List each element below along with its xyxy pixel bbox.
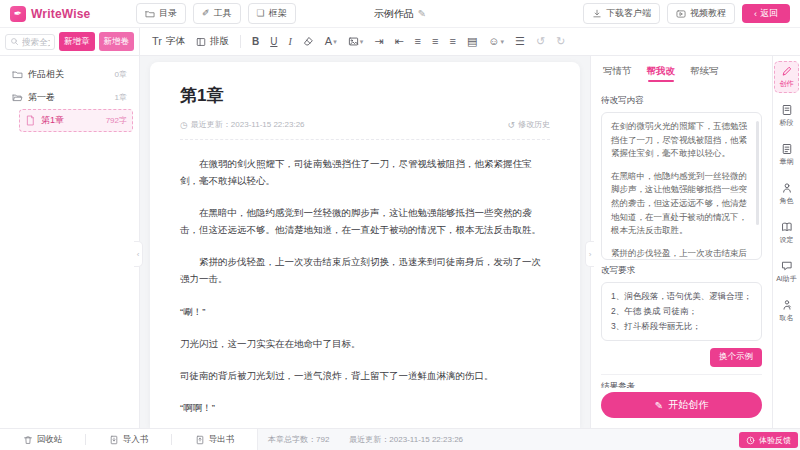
video-tutorial-button[interactable]: 视频教程 — [667, 3, 735, 24]
export-book-button[interactable]: 导出书 — [195, 434, 235, 446]
align-right-button[interactable]: ≡ — [449, 36, 455, 47]
sidebar-item-work-related[interactable]: 作品相关 0章 — [6, 63, 133, 86]
clear-format-icon[interactable] — [303, 36, 314, 47]
back-button[interactable]: ‹ 返回 — [742, 4, 790, 23]
align-left-button[interactable]: ≡ — [415, 36, 421, 47]
footer-separator — [85, 434, 86, 445]
folder-icon — [12, 69, 23, 80]
search-input[interactable] — [22, 37, 50, 47]
highlight-block-button[interactable]: ▤ — [467, 36, 477, 47]
recycle-bin-button[interactable]: 回收站 — [23, 434, 63, 446]
tab-write-plot[interactable]: 写情节 — [603, 65, 632, 81]
framework-button[interactable]: ❏ 框架 — [248, 3, 296, 24]
rail-item-character[interactable]: 角色 — [774, 178, 799, 210]
insert-image-button[interactable]: ▾ — [348, 36, 364, 47]
emoji-button[interactable]: ☺▾ — [488, 36, 504, 47]
last-updated: 最近更新：2023-11-15 22:23:26 — [349, 434, 463, 445]
add-volume-button[interactable]: 新增卷 — [99, 32, 135, 51]
align-center-button[interactable]: ≡ — [432, 36, 438, 47]
file-icon — [25, 115, 36, 126]
pen-icon: ✎ — [655, 400, 663, 411]
scrollbar-thumb[interactable] — [756, 121, 759, 225]
change-example-button[interactable]: 换个示例 — [710, 348, 762, 367]
font-tr-icon: Tr — [152, 36, 162, 47]
caret-down-icon: ▾ — [501, 38, 505, 45]
undo-button[interactable]: ↺ — [536, 36, 545, 47]
sidebar-footer: 回收站 导入书 导出书 — [0, 429, 258, 450]
caret-down-icon: ▾ — [360, 38, 364, 45]
rail-item-chapter-outline[interactable]: 章纲 — [774, 139, 799, 171]
font-color-button[interactable]: A▾ — [325, 36, 337, 47]
frame-icon: ❏ — [257, 9, 265, 18]
pen-icon — [781, 65, 793, 77]
requirement-line: 1、润色段落，语句优美、逻辑合理； — [611, 289, 752, 304]
requirement-line: 3、打斗桥段华丽无比； — [611, 319, 752, 334]
total-word-count: 本章总字数：792 — [268, 434, 329, 445]
download-icon — [592, 9, 602, 19]
folder-icon — [145, 9, 155, 19]
requirement-line: 2、午德 换成 司徒南； — [611, 304, 752, 319]
edit-title-icon[interactable]: ✎ — [418, 8, 426, 19]
editor-paper[interactable]: 第1章 ◷ 最近更新： 2023-11-15 22:23:26 ↺ 修改历史 在… — [150, 62, 580, 428]
status-bar: 本章总字数：792 最近更新：2023-11-15 22:23:26 — [258, 429, 463, 450]
editor-paragraph[interactable]: “啊啊！” — [180, 399, 550, 416]
editor-paragraph[interactable]: 在黑暗中，他隐约感觉到一丝轻微的脚步声，这让他勉强能够抵挡一些突然的袭击，但这还… — [180, 204, 550, 238]
rail-item-setting[interactable]: 设定 — [774, 217, 799, 249]
result-label: 结果参考 — [601, 381, 762, 388]
underline-button[interactable]: U — [270, 37, 277, 47]
requirements-textarea[interactable]: 1、润色段落，语句优美、逻辑合理； 2、午德 换成 司徒南； 3、打斗桥段华丽无… — [601, 282, 762, 341]
tab-help-continue[interactable]: 帮续写 — [690, 65, 719, 81]
list-button[interactable]: ☰ — [515, 36, 525, 47]
assistant-body: 待改写内容 在剑的微弱火光的照耀下，五德勉强挡住了一刀，尽管视线被阻挡，他紧紧握… — [591, 88, 772, 388]
document-title: 示例作品 ✎ — [374, 7, 426, 21]
video-icon — [676, 9, 686, 19]
source-label: 待改写内容 — [601, 95, 762, 107]
indent-decrease-button[interactable]: ⇤ — [394, 36, 403, 47]
import-book-button[interactable]: 导入书 — [109, 434, 149, 446]
editor-paragraph[interactable]: 刀光闪过，这一刀实实在在地命中了目标。 — [180, 335, 550, 352]
directory-button[interactable]: 目录 — [136, 3, 186, 24]
search-box[interactable] — [5, 34, 55, 50]
brand-name: WriteWise — [31, 7, 91, 21]
editor-paragraph[interactable]: 紧拼的步伐轻盈，上一次攻击结束后立刻切换，迅速来到司徒南身后，发动了一次强力一击… — [180, 253, 550, 287]
tools-button[interactable]: ✐ 工具 — [193, 3, 241, 24]
collapse-assistant-handle[interactable]: › — [585, 241, 594, 267]
footer-separator — [171, 434, 172, 445]
rail-item-plot-segment[interactable]: 桥段 — [774, 100, 799, 132]
chat-icon — [781, 260, 793, 272]
sidebar-item-volume-1[interactable]: 第一卷 1章 — [6, 86, 133, 109]
rail-item-create[interactable]: 创作 — [774, 61, 799, 93]
writewise-logo-icon: ✒ — [10, 6, 26, 22]
feature-rail: 创作 桥段 章纲 角色 设定 AI助手 — [772, 56, 800, 428]
chapter-sidebar: 作品相关 0章 第一卷 1章 第1章 792字 — [0, 56, 140, 428]
name-tag-icon — [781, 299, 793, 311]
feedback-badge[interactable]: 体验反馈 — [739, 432, 798, 448]
sidebar-item-chapter-1[interactable]: 第1章 792字 — [19, 109, 133, 132]
outline-icon — [781, 143, 793, 155]
font-button[interactable]: Tr 字体 — [152, 35, 185, 48]
editor-paragraph[interactable]: 司徒南的背后被刀光划过，一道气浪炸，背上留下了一道鲜血淋漓的伤口。 — [180, 367, 550, 384]
start-writing-button[interactable]: ✎ 开始创作 — [601, 392, 762, 418]
bold-button[interactable]: B — [252, 37, 259, 47]
caret-down-icon: ▾ — [333, 38, 337, 45]
source-textarea[interactable]: 在剑的微弱火光的照耀下，五德勉强挡住了一刀，尽管视线被阻挡，他紧紧握住宝剑，毫不… — [601, 112, 762, 260]
download-client-button[interactable]: 下载客户端 — [583, 3, 660, 24]
writewise-app: ✒ WriteWise 目录 ✐ 工具 ❏ 框架 示例作品 ✎ 下载客户端 — [0, 0, 800, 450]
chapter-count: 1章 — [115, 92, 127, 103]
person-icon — [781, 182, 793, 194]
search-icon — [10, 37, 19, 46]
rail-item-naming[interactable]: 取名 — [774, 295, 799, 327]
layout-button[interactable]: 排版 — [196, 35, 229, 48]
add-chapter-button[interactable]: 新增章 — [59, 32, 95, 51]
redo-button[interactable]: ↻ — [556, 36, 565, 47]
indent-increase-button[interactable]: ⇥ — [374, 36, 383, 47]
editor-paragraph[interactable]: 在微弱的剑火照耀下，司徒南勉强挡住了一刀，尽管视线被阻挡，他紧紧握住宝剑，毫不敢… — [180, 155, 550, 189]
revision-history-button[interactable]: ↺ 修改历史 — [507, 119, 550, 130]
tab-help-me-revise[interactable]: 帮我改 — [647, 65, 676, 81]
toolbar-separator — [240, 35, 241, 48]
rail-item-ai-assistant[interactable]: AI助手 — [774, 256, 799, 288]
editor-paragraph[interactable]: “唰！” — [180, 303, 550, 320]
italic-button[interactable]: I — [288, 37, 291, 47]
editor-column: 第1章 ◷ 最近更新： 2023-11-15 22:23:26 ↺ 修改历史 在… — [140, 56, 590, 428]
collapse-sidebar-handle[interactable]: ‹ — [134, 241, 143, 267]
